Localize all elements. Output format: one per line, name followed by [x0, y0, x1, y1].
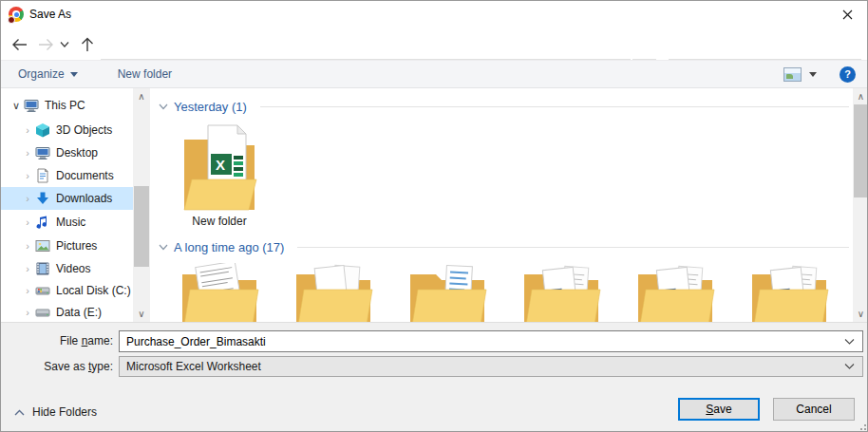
hide-folders-button[interactable]: Hide Folders — [14, 405, 97, 419]
sidebar-item-videos[interactable]: › Videos — [1, 257, 133, 280]
chevron-up-icon — [14, 409, 25, 416]
file-item-label: New folder — [179, 215, 259, 228]
file-name-label: File name: — [1, 334, 113, 347]
expander-icon[interactable]: › — [20, 216, 35, 228]
caret-down-icon — [70, 72, 78, 77]
save-as-dialog: Save As This PC Downloads — [0, 0, 868, 432]
folder-with-word-document-icon — [749, 263, 829, 322]
folder-with-blank-pages-icon — [293, 263, 373, 322]
scroll-up-icon[interactable]: ∧ — [853, 88, 868, 104]
save-as-type-dropdown-icon[interactable] — [837, 363, 862, 370]
view-options-caret-icon[interactable] — [809, 72, 817, 77]
up-button[interactable] — [75, 33, 100, 56]
expander-icon[interactable]: › — [20, 124, 35, 136]
sidebar-item-local-disk-c[interactable]: › Local Disk (C:) — [1, 279, 133, 302]
group-header-a-long-time-ago[interactable]: A long time ago (17) — [159, 240, 849, 254]
folder-with-lined-document-icon — [407, 263, 487, 322]
sidebar-item-this-pc[interactable]: ∨ This PC — [1, 94, 133, 117]
folder-item[interactable] — [179, 263, 259, 322]
sidebar-item-pictures[interactable]: › Pictures — [1, 235, 133, 257]
file-list-pane: Yesterday (1) New folder A long time ago… — [153, 88, 853, 322]
up-arrow-icon — [81, 37, 94, 52]
folder-item[interactable] — [749, 263, 829, 322]
file-name-dropdown-icon[interactable] — [837, 338, 862, 346]
save-as-type-value: Microsoft Excel Worksheet — [120, 360, 837, 373]
window-title: Save As — [29, 8, 71, 21]
organize-label: Organize — [18, 67, 65, 81]
sidebar-item-3d-objects[interactable]: › 3D Objects — [1, 119, 133, 141]
organize-button[interactable]: Organize — [1, 61, 87, 87]
help-button[interactable]: ? — [840, 66, 856, 83]
forward-arrow-icon — [38, 38, 54, 51]
back-arrow-icon — [11, 38, 28, 51]
expander-icon[interactable]: › — [20, 240, 35, 252]
desktop-icon — [35, 145, 50, 160]
forward-button[interactable] — [33, 33, 58, 56]
file-name-field — [119, 330, 863, 352]
music-icon — [35, 215, 50, 230]
content-area: ∨ This PC › 3D Objects › Desktop › Docum… — [1, 88, 868, 322]
resize-grip[interactable] — [858, 422, 867, 431]
scroll-down-icon[interactable]: ∨ — [853, 306, 868, 322]
cancel-button[interactable]: Cancel — [773, 398, 855, 421]
expander-icon[interactable]: › — [20, 307, 35, 318]
file-item-new-folder[interactable]: New folder — [179, 122, 259, 228]
file-list-scrollbar-thumb[interactable] — [854, 104, 868, 197]
expander-icon[interactable]: › — [20, 147, 35, 159]
command-bar: Organize New folder ? — [1, 60, 867, 88]
file-list-scrollbar[interactable]: ∧ ∨ — [853, 88, 868, 322]
expander-icon[interactable]: ∨ — [9, 100, 24, 112]
navigation-bar: This PC Downloads — [1, 28, 867, 60]
expander-icon[interactable]: › — [20, 285, 35, 296]
sidebar-item-downloads[interactable]: › Downloads — [1, 187, 133, 210]
folder-item[interactable] — [635, 263, 715, 322]
folder-item[interactable] — [521, 263, 601, 322]
sidebar-scrollbar[interactable]: ∧ ∨ — [133, 88, 150, 322]
group-collapse-icon[interactable] — [159, 103, 168, 110]
save-as-type-label: Save as type: — [1, 360, 113, 373]
new-folder-button[interactable]: New folder — [108, 61, 181, 87]
sidebar-item-documents[interactable]: › Documents — [1, 164, 133, 187]
close-button[interactable] — [833, 4, 861, 25]
local-disk-icon — [35, 283, 50, 298]
videos-icon — [35, 261, 50, 276]
folder-item[interactable] — [407, 263, 487, 322]
title-bar: Save As — [1, 1, 867, 28]
sidebar-item-data-e[interactable]: › Data (E:) — [1, 301, 133, 322]
navigation-pane: ∨ This PC › 3D Objects › Desktop › Docum… — [1, 88, 133, 322]
folder-item[interactable] — [293, 263, 373, 322]
data-disk-icon — [35, 305, 50, 320]
back-button[interactable] — [7, 33, 31, 56]
sidebar-item-desktop[interactable]: › Desktop — [1, 141, 133, 164]
hide-folders-label: Hide Folders — [32, 405, 97, 419]
change-view-button[interactable] — [783, 67, 802, 82]
3d-objects-icon — [35, 122, 50, 138]
folder-with-word-document-icon — [521, 263, 601, 322]
downloads-icon — [35, 191, 50, 206]
group-header-yesterday[interactable]: Yesterday (1) — [159, 100, 849, 114]
chrome-app-icon — [9, 7, 24, 22]
folder-with-word-document-icon — [635, 263, 715, 322]
save-panel: File name: Save as type: Microsoft Excel… — [1, 322, 868, 432]
folder-with-excel-file-icon — [179, 122, 259, 212]
group-collapse-icon[interactable] — [159, 244, 168, 251]
documents-icon — [35, 168, 50, 183]
recent-locations-button[interactable] — [56, 33, 73, 56]
expander-icon[interactable]: › — [20, 193, 35, 204]
expander-icon[interactable]: › — [20, 170, 35, 181]
computer-icon — [24, 98, 39, 113]
scroll-up-icon[interactable]: ∧ — [133, 88, 150, 104]
save-button[interactable]: Save — [678, 398, 760, 421]
new-folder-label: New folder — [118, 67, 172, 81]
chevron-down-icon — [60, 41, 69, 48]
expander-icon[interactable]: › — [20, 263, 35, 274]
sidebar-scrollbar-thumb[interactable] — [134, 186, 149, 267]
save-as-type-select[interactable]: Microsoft Excel Worksheet — [119, 356, 863, 377]
file-name-input[interactable] — [120, 335, 837, 348]
sidebar-item-music[interactable]: › Music — [1, 211, 133, 234]
pictures-icon — [35, 238, 50, 254]
scroll-down-icon[interactable]: ∨ — [133, 306, 150, 322]
folder-with-text-document-icon — [179, 263, 259, 322]
close-icon — [842, 9, 853, 20]
